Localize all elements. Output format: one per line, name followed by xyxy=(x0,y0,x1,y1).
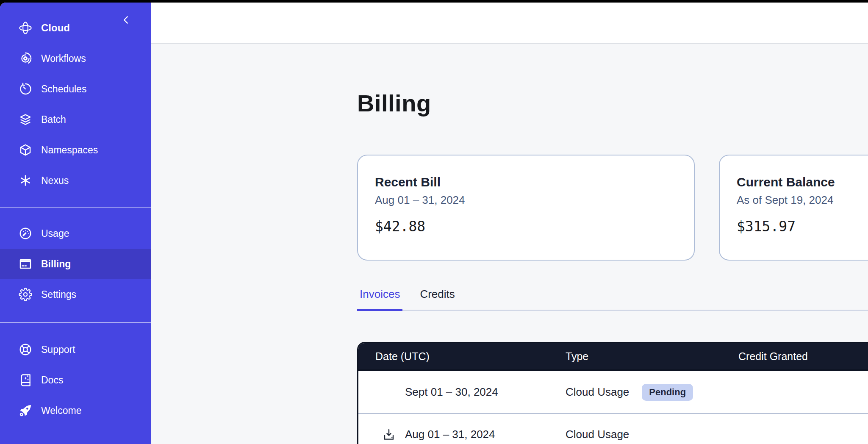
download-icon-placeholder xyxy=(382,386,396,399)
sidebar-nav-account: Usage Billing xyxy=(0,218,151,310)
table-row[interactable]: Aug 01 – 31, 2024 Cloud Usage xyxy=(358,413,868,444)
workflows-icon xyxy=(19,52,32,65)
table-header-row: Date (UTC) Type Credit Granted xyxy=(358,343,868,371)
summary-cards: Recent Bill Aug 01 – 31, 2024 $42.88 Cur… xyxy=(357,155,868,261)
card-date-range: Aug 01 – 31, 2024 xyxy=(375,194,677,207)
usage-gauge-icon xyxy=(19,227,32,240)
tab-credits[interactable]: Credits xyxy=(417,288,457,311)
billing-card-icon xyxy=(19,257,32,271)
nexus-asterisk-icon xyxy=(19,174,32,187)
invoice-type: Cloud Usage xyxy=(566,386,629,399)
sidebar-item-label: Docs xyxy=(41,375,63,386)
invoices-table: Date (UTC) Type Credit Granted Sept 01 –… xyxy=(357,342,868,444)
card-amount: $42.88 xyxy=(375,218,677,235)
sidebar-item-label: Batch xyxy=(41,114,66,125)
sidebar-app-name: Cloud xyxy=(41,22,70,34)
sidebar-item-label: Usage xyxy=(41,228,69,239)
sidebar-item-label: Support xyxy=(41,344,75,355)
sidebar-item-label: Nexus xyxy=(41,175,69,186)
sidebar-item-usage[interactable]: Usage xyxy=(0,218,151,249)
sidebar-item-label: Namespaces xyxy=(41,144,98,156)
invoice-type: Cloud Usage xyxy=(566,428,629,441)
column-header-credit: Credit Granted xyxy=(732,350,868,363)
welcome-rocket-icon xyxy=(19,404,32,417)
docs-book-icon xyxy=(19,373,32,387)
sidebar-item-docs[interactable]: Docs xyxy=(0,365,151,395)
main-area: Billing Recent Bill Aug 01 – 31, 2024 $4… xyxy=(151,3,868,444)
billing-tabs: Invoices Credits xyxy=(357,288,868,311)
column-header-type: Type xyxy=(560,350,732,363)
page-title: Billing xyxy=(357,89,431,117)
sidebar-divider xyxy=(0,322,151,323)
tab-invoices[interactable]: Invoices xyxy=(357,288,402,311)
card-title: Recent Bill xyxy=(375,175,677,189)
sidebar-item-namespaces[interactable]: Namespaces xyxy=(0,135,151,165)
batch-layers-icon xyxy=(19,113,32,126)
column-header-date: Date (UTC) xyxy=(358,350,560,363)
temporal-logo-icon xyxy=(19,21,32,35)
invoice-date: Aug 01 – 31, 2024 xyxy=(405,428,495,441)
sidebar-item-batch[interactable]: Batch xyxy=(0,104,151,135)
card-amount: $315.97 xyxy=(737,218,868,235)
sidebar-item-label: Schedules xyxy=(41,83,86,95)
sidebar-item-nexus[interactable]: Nexus xyxy=(0,165,151,196)
table-row[interactable]: Sept 01 – 30, 2024 Cloud Usage Pending xyxy=(358,371,868,413)
sidebar-item-label: Settings xyxy=(41,289,76,300)
sidebar-collapse-button[interactable] xyxy=(119,13,133,27)
sidebar-item-label: Billing xyxy=(41,258,71,270)
status-badge: Pending xyxy=(642,384,693,401)
sidebar-item-label: Welcome xyxy=(41,405,81,416)
sidebar-divider xyxy=(0,207,151,208)
sidebar: Cloud Workflows xyxy=(0,3,151,444)
recent-bill-card: Recent Bill Aug 01 – 31, 2024 $42.88 xyxy=(357,155,695,261)
invoice-date: Sept 01 – 30, 2024 xyxy=(405,386,498,399)
sidebar-item-welcome[interactable]: Welcome xyxy=(0,395,151,426)
settings-gear-icon xyxy=(19,288,32,301)
sidebar-nav-main: Workflows Schedules xyxy=(0,43,151,196)
app-window: Cloud Workflows xyxy=(0,3,868,444)
sidebar-item-support[interactable]: Support xyxy=(0,334,151,365)
namespaces-cube-icon xyxy=(19,143,32,157)
sidebar-nav-help: Support Docs xyxy=(0,334,151,426)
current-balance-card: Current Balance As of Sept 19, 2024 $315… xyxy=(719,155,868,261)
sidebar-item-workflows[interactable]: Workflows xyxy=(0,43,151,74)
top-bar xyxy=(151,3,868,44)
sidebar-item-schedules[interactable]: Schedules xyxy=(0,74,151,104)
download-invoice-icon[interactable] xyxy=(382,428,396,441)
sidebar-item-billing[interactable]: Billing xyxy=(0,249,151,279)
sidebar-item-settings[interactable]: Settings xyxy=(0,279,151,310)
schedules-icon xyxy=(19,82,32,96)
card-date: As of Sept 19, 2024 xyxy=(737,194,868,207)
sidebar-item-label: Workflows xyxy=(41,53,86,64)
support-lifebuoy-icon xyxy=(19,343,32,356)
billing-page: Billing Recent Bill Aug 01 – 31, 2024 $4… xyxy=(151,44,868,444)
card-title: Current Balance xyxy=(737,175,868,189)
